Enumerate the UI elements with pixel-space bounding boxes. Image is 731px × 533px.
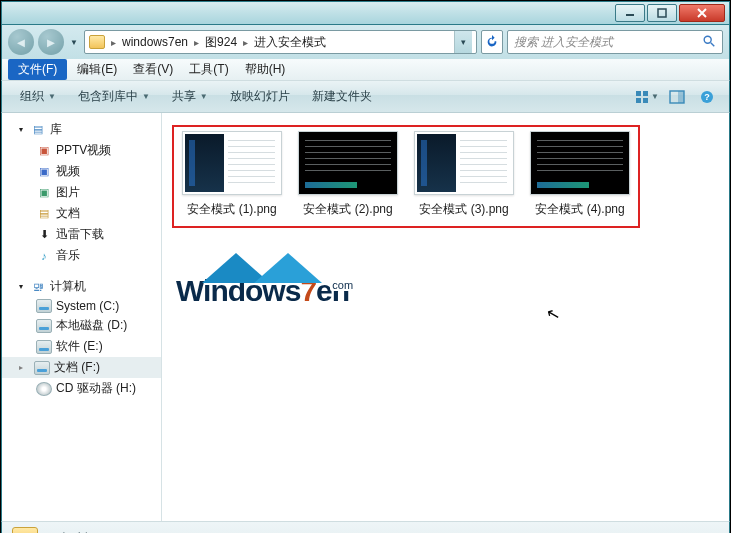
nav-libraries[interactable]: ▾ ▤ 库	[2, 119, 161, 140]
watermark-text-b: 7	[300, 274, 316, 307]
menu-file[interactable]: 文件(F)	[8, 59, 67, 80]
navigation-pane: ▾ ▤ 库 ▣PPTV视频 ▣视频 ▣图片 ▤文档 ⬇迅雷下载 ♪音乐 ▾ 🖳 …	[2, 113, 162, 521]
folder-icon	[12, 527, 38, 533]
drive-icon	[34, 361, 50, 375]
chevron-right-icon: ▸	[109, 37, 118, 48]
file-thumbnail	[530, 131, 630, 195]
file-item[interactable]: 安全模式 (1).png	[178, 131, 286, 218]
svg-rect-5	[636, 98, 641, 103]
annotation-highlight-box: 安全模式 (1).png安全模式 (2).png安全模式 (3).png安全模式…	[172, 125, 640, 228]
forward-button[interactable]: ►	[38, 29, 64, 55]
refresh-button[interactable]	[481, 30, 503, 54]
status-item-count: 4 个对象	[48, 530, 94, 534]
nav-drive-e[interactable]: 软件 (E:)	[2, 336, 161, 357]
pictures-icon: ▣	[36, 186, 52, 200]
minimize-button[interactable]	[615, 4, 645, 22]
status-bar: 4 个对象	[1, 521, 730, 533]
search-icon	[702, 34, 716, 51]
file-thumbnail	[414, 131, 514, 195]
expand-icon[interactable]: ▸	[16, 363, 26, 372]
cmd-slideshow-label: 放映幻灯片	[230, 88, 290, 105]
expand-icon[interactable]: ▾	[16, 282, 26, 291]
svg-rect-6	[643, 98, 648, 103]
svg-point-2	[704, 36, 711, 43]
svg-rect-8	[678, 91, 684, 103]
file-item[interactable]: 安全模式 (2).png	[294, 131, 402, 218]
breadcrumb-seg-1[interactable]: windows7en	[118, 35, 192, 49]
nav-downloads[interactable]: ⬇迅雷下载	[2, 224, 161, 245]
breadcrumb-dropdown[interactable]: ▾	[454, 31, 472, 53]
cmd-organize[interactable]: 组织▼	[12, 84, 64, 109]
chevron-down-icon: ▼	[651, 92, 659, 101]
nav-drive-f-label: 文档 (F:)	[54, 359, 100, 376]
search-placeholder: 搜索 进入安全模式	[514, 34, 613, 51]
menu-edit[interactable]: 编辑(E)	[71, 59, 123, 80]
cd-icon	[36, 382, 52, 396]
nav-computer[interactable]: ▾ 🖳 计算机	[2, 276, 161, 297]
watermark-com: com	[330, 279, 355, 291]
cmd-new-folder[interactable]: 新建文件夹	[304, 84, 380, 109]
cmd-share[interactable]: 共享▼	[164, 84, 216, 109]
nav-pictures-label: 图片	[56, 184, 80, 201]
back-button[interactable]: ◄	[8, 29, 34, 55]
drive-icon	[36, 340, 52, 354]
svg-rect-0	[626, 14, 634, 16]
cmd-include-label: 包含到库中	[78, 88, 138, 105]
breadcrumb-seg-3[interactable]: 进入安全模式	[250, 34, 330, 51]
nav-drive-f[interactable]: ▸文档 (F:)	[2, 357, 161, 378]
menu-tools[interactable]: 工具(T)	[183, 59, 234, 80]
nav-documents[interactable]: ▤文档	[2, 203, 161, 224]
nav-music[interactable]: ♪音乐	[2, 245, 161, 266]
file-item[interactable]: 安全模式 (4).png	[526, 131, 634, 218]
libraries-icon: ▤	[30, 123, 46, 137]
breadcrumb[interactable]: ▸ windows7en ▸ 图924 ▸ 进入安全模式 ▾	[84, 30, 477, 54]
menu-help[interactable]: 帮助(H)	[239, 59, 292, 80]
menu-view[interactable]: 查看(V)	[127, 59, 179, 80]
file-thumbnail	[182, 131, 282, 195]
cmd-include-in-library[interactable]: 包含到库中▼	[70, 84, 158, 109]
file-name-label: 安全模式 (4).png	[535, 201, 624, 218]
window-titlebar	[1, 1, 730, 25]
computer-icon: 🖳	[30, 280, 46, 294]
video-icon: ▣	[36, 144, 52, 158]
watermark-text-a: Windows	[176, 274, 300, 307]
nav-drive-d-label: 本地磁盘 (D:)	[56, 317, 127, 334]
nav-drive-d[interactable]: 本地磁盘 (D:)	[2, 315, 161, 336]
chevron-down-icon: ▼	[48, 92, 56, 101]
cmd-newfolder-label: 新建文件夹	[312, 88, 372, 105]
breadcrumb-seg-2[interactable]: 图924	[201, 34, 241, 51]
nav-pictures[interactable]: ▣图片	[2, 182, 161, 203]
menu-bar: 文件(F) 编辑(E) 查看(V) 工具(T) 帮助(H)	[1, 59, 730, 81]
chevron-right-icon: ▸	[241, 37, 250, 48]
nav-drive-cd-label: CD 驱动器 (H:)	[56, 380, 136, 397]
chevron-down-icon: ▼	[200, 92, 208, 101]
cursor-icon: ↖	[544, 304, 561, 326]
maximize-button[interactable]	[647, 4, 677, 22]
cmd-slideshow[interactable]: 放映幻灯片	[222, 84, 298, 109]
expand-icon[interactable]: ▾	[16, 125, 26, 134]
nav-videos[interactable]: ▣视频	[2, 161, 161, 182]
chevron-right-icon: ▸	[192, 37, 201, 48]
drive-icon	[36, 299, 52, 313]
cmd-share-label: 共享	[172, 88, 196, 105]
nav-computer-label: 计算机	[50, 278, 86, 295]
cmd-organize-label: 组织	[20, 88, 44, 105]
chevron-down-icon: ▼	[142, 92, 150, 101]
nav-pptv[interactable]: ▣PPTV视频	[2, 140, 161, 161]
view-options-button[interactable]: ▼	[635, 86, 659, 108]
nav-drive-cd[interactable]: CD 驱动器 (H:)	[2, 378, 161, 399]
help-button[interactable]: ?	[695, 86, 719, 108]
search-input[interactable]: 搜索 进入安全模式	[507, 30, 723, 54]
file-list-pane[interactable]: 安全模式 (1).png安全模式 (2).png安全模式 (3).png安全模式…	[162, 113, 729, 521]
file-item[interactable]: 安全模式 (3).png	[410, 131, 518, 218]
nav-drive-c[interactable]: System (C:)	[2, 297, 161, 315]
file-name-label: 安全模式 (1).png	[187, 201, 276, 218]
file-thumbnail	[298, 131, 398, 195]
svg-rect-4	[643, 91, 648, 96]
drive-icon	[36, 319, 52, 333]
close-button[interactable]	[679, 4, 725, 22]
svg-text:?: ?	[704, 92, 710, 102]
preview-pane-button[interactable]	[665, 86, 689, 108]
recent-pages-dropdown[interactable]: ▼	[68, 29, 80, 55]
svg-rect-1	[658, 9, 666, 17]
